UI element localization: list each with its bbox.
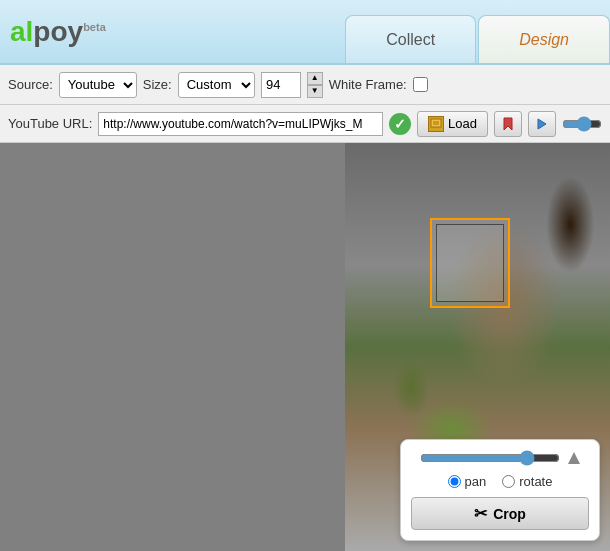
svg-marker-4 [538,119,546,129]
source-label: Source: [8,77,53,92]
crop-box-inner [436,224,504,302]
tab-collect-label: Collect [386,31,435,49]
tab-design-label: Design [519,31,569,49]
header: alpoybeta Collect Design [0,0,610,65]
canvas-area: pan rotate ✂ Crop [0,143,610,551]
tab-design[interactable]: Design [478,15,610,63]
source-select[interactable]: Youtube File Camera [59,72,137,98]
rotate-radio[interactable] [502,475,515,488]
svg-marker-5 [568,452,580,464]
tab-collect[interactable]: Collect [345,15,476,63]
pan-rotate-slider[interactable] [420,450,560,466]
bottom-panel: pan rotate ✂ Crop [400,439,600,541]
nav-tabs: Collect Design [345,0,610,63]
bookmark-icon [501,117,515,131]
load-label: Load [448,116,477,131]
pan-label: pan [465,474,487,489]
youtube-url-input[interactable] [98,112,383,136]
white-frame-label: White Frame: [329,77,407,92]
spinner-up[interactable]: ▲ [307,72,323,85]
spinner: ▲ ▼ [307,72,323,98]
toolbar: Source: Youtube File Camera Size: Custom… [0,65,610,105]
size-select[interactable]: Custom Small Medium Large [178,72,255,98]
crop-button[interactable]: ✂ Crop [411,497,589,530]
svg-marker-3 [504,118,512,130]
pan-rotate-radio-row: pan rotate [411,474,589,489]
crop-selection-box[interactable] [430,218,510,308]
size-label: Size: [143,77,172,92]
logo-text-poy: poy [33,16,83,47]
white-frame-checkbox[interactable] [413,77,428,92]
play-icon [535,117,549,131]
load-icon [428,116,444,132]
svg-rect-0 [431,119,441,127]
volume-slider-container [562,117,602,131]
size-number-input[interactable] [261,72,301,98]
urlbar: YouTube URL: ✓ Load [0,105,610,143]
logo-text-al: al [10,16,33,47]
crop-button-label: Crop [493,506,526,522]
pan-radio[interactable] [448,475,461,488]
volume-slider[interactable] [562,117,602,131]
url-valid-icon: ✓ [389,113,411,135]
spinner-down[interactable]: ▼ [307,85,323,98]
logo-beta: beta [83,20,106,32]
pan-radio-label[interactable]: pan [448,474,487,489]
load-button[interactable]: Load [417,111,488,137]
media-button-2[interactable] [528,111,556,137]
rotate-radio-label[interactable]: rotate [502,474,552,489]
rotate-label: rotate [519,474,552,489]
logo: alpoybeta [10,16,106,48]
pan-rotate-slider-row [411,450,589,466]
youtube-url-label: YouTube URL: [8,116,92,131]
media-button-1[interactable] [494,111,522,137]
slider-end-icon [568,452,580,464]
crop-button-icon: ✂ [474,504,487,523]
